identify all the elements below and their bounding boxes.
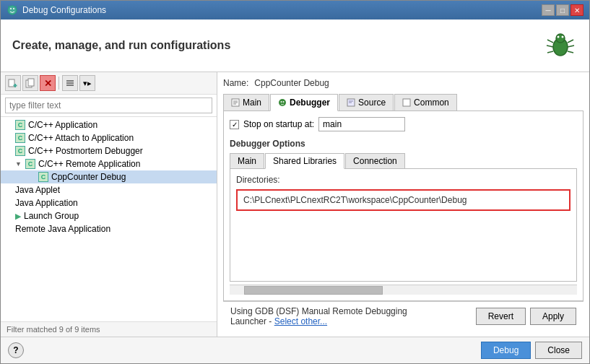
svg-point-29 bbox=[283, 101, 285, 103]
svg-point-8 bbox=[562, 36, 564, 38]
new-config-button[interactable] bbox=[5, 75, 21, 91]
minimize-button[interactable]: ─ bbox=[542, 4, 555, 16]
stop-at-input[interactable] bbox=[318, 117, 405, 131]
svg-line-9 bbox=[547, 40, 553, 43]
filter-input[interactable] bbox=[5, 98, 212, 113]
page-icon bbox=[231, 98, 240, 107]
main-action-buttons: Debug Close bbox=[481, 342, 582, 359]
left-toolbar: ✕ ▾▸ bbox=[1, 72, 217, 95]
outer-tabs: Main Debugger Source Common bbox=[223, 94, 584, 111]
tree-item-label: Launch Group bbox=[24, 211, 79, 221]
window-bottom-bar: ? Debug Close bbox=[1, 337, 589, 363]
name-label: Name: bbox=[223, 78, 248, 88]
main-content: ✕ ▾▸ C C/C++ Application C C/C bbox=[1, 72, 589, 337]
debug-icon bbox=[6, 4, 18, 16]
source-tab-icon bbox=[347, 98, 355, 107]
bug-header-icon bbox=[543, 28, 578, 63]
svg-line-12 bbox=[568, 40, 573, 43]
c-icon: C bbox=[25, 159, 35, 169]
help-button[interactable]: ? bbox=[8, 342, 24, 358]
tree-item-cpp-app[interactable]: C C/C++ Application bbox=[1, 118, 217, 131]
tree-item-label: Java Application bbox=[15, 198, 78, 208]
directory-entry[interactable]: C:\PLCnext\PLCnextRC2T\workspace\CppCoun… bbox=[236, 189, 571, 211]
close-window-button[interactable]: Close bbox=[535, 342, 582, 359]
inner-tab-connection[interactable]: Connection bbox=[345, 153, 405, 168]
window-title: Debug Configurations bbox=[22, 5, 106, 15]
run-icon: ▶ bbox=[15, 212, 21, 221]
header-title: Create, manage, and run configurations bbox=[12, 39, 230, 52]
tree-view: C C/C++ Application C C/C++ Attach to Ap… bbox=[1, 117, 217, 321]
tree-item-label: C/C++ Application bbox=[28, 120, 97, 130]
name-row: Name: CppCounter Debug bbox=[223, 78, 584, 88]
tab-common[interactable]: Common bbox=[394, 94, 457, 110]
tree-item-remote-java[interactable]: Remote Java Application bbox=[1, 222, 217, 235]
debug-button[interactable]: Debug bbox=[481, 342, 531, 359]
title-bar: Debug Configurations ─ □ ✕ bbox=[1, 1, 589, 20]
svg-point-1 bbox=[10, 8, 12, 9]
inner-tab-shared-label: Shared Libraries bbox=[273, 156, 337, 166]
h-scroll-thumb[interactable] bbox=[244, 286, 383, 295]
c-icon: C bbox=[15, 133, 25, 143]
revert-button[interactable]: Revert bbox=[476, 308, 526, 325]
copy-config-button[interactable] bbox=[22, 75, 38, 91]
expand-arrow-icon: ▼ bbox=[15, 160, 22, 168]
debug-configurations-window: Debug Configurations ─ □ ✕ Create, manag… bbox=[0, 0, 590, 364]
maximize-button[interactable]: □ bbox=[556, 4, 569, 16]
right-panel: Name: CppCounter Debug Main Debugger Sou… bbox=[217, 72, 589, 337]
inner-tab-main-label: Main bbox=[238, 156, 256, 166]
collapse-all-button[interactable] bbox=[62, 75, 78, 91]
inner-tab-shared-libraries[interactable]: Shared Libraries bbox=[265, 153, 344, 169]
tree-item-java-app[interactable]: Java Application bbox=[1, 196, 217, 209]
tree-item-cpp-counter[interactable]: C CppCounter Debug bbox=[1, 170, 217, 183]
c-icon: C bbox=[15, 120, 25, 130]
delete-config-button[interactable]: ✕ bbox=[40, 75, 56, 91]
tree-item-label: CppCounter Debug bbox=[51, 172, 126, 182]
directories-label: Directories: bbox=[236, 175, 571, 185]
stop-on-startup-checkbox[interactable]: ✓ bbox=[230, 120, 239, 129]
svg-point-2 bbox=[13, 8, 14, 9]
svg-rect-19 bbox=[28, 79, 34, 86]
bottom-buttons: Revert Apply bbox=[476, 308, 576, 325]
inner-tabs: Main Shared Libraries Connection bbox=[230, 153, 577, 169]
inner-tab-connection-label: Connection bbox=[353, 156, 397, 166]
stop-on-startup-row: ✓ Stop on startup at: bbox=[230, 117, 577, 131]
tree-item-cpp-remote[interactable]: ▼ C C/C++ Remote Application bbox=[1, 157, 217, 170]
tree-item-cpp-attach[interactable]: C C/C++ Attach to Application bbox=[1, 131, 217, 144]
svg-point-7 bbox=[558, 36, 560, 38]
horizontal-scrollbar[interactable] bbox=[230, 285, 577, 295]
tree-item-launch-group[interactable]: ▶ Launch Group bbox=[1, 209, 217, 222]
header-section: Create, manage, and run configurations bbox=[1, 20, 589, 72]
debugger-options-label: Debugger Options bbox=[230, 139, 577, 149]
apply-button[interactable]: Apply bbox=[530, 308, 576, 325]
tab-source[interactable]: Source bbox=[339, 94, 394, 110]
tab-main[interactable]: Main bbox=[223, 94, 269, 110]
bottom-info-text: Using GDB (DSF) Manual Remote Debugging … bbox=[230, 306, 476, 326]
name-value: CppCounter Debug bbox=[254, 78, 329, 88]
svg-line-10 bbox=[547, 46, 553, 47]
window-controls: ─ □ ✕ bbox=[542, 4, 584, 16]
tab-debugger-label: Debugger bbox=[290, 98, 330, 108]
tree-item-label: C/C++ Remote Application bbox=[38, 159, 140, 169]
inner-tab-main[interactable]: Main bbox=[230, 153, 264, 168]
launcher-text-part1: Using GDB (DSF) Manual Remote Debugging bbox=[230, 306, 407, 316]
left-panel: ✕ ▾▸ C C/C++ Application C C/C bbox=[1, 72, 217, 337]
svg-line-4 bbox=[15, 6, 17, 7]
svg-line-3 bbox=[8, 6, 9, 7]
svg-point-6 bbox=[556, 34, 565, 43]
config-panel: ✓ Stop on startup at: Debugger Options M… bbox=[223, 111, 584, 301]
tab-main-label: Main bbox=[243, 98, 261, 108]
svg-line-13 bbox=[568, 46, 574, 47]
tree-item-java-applet[interactable]: Java Applet bbox=[1, 183, 217, 196]
tab-debugger[interactable]: Debugger bbox=[270, 94, 338, 111]
select-other-link[interactable]: Select other... bbox=[274, 316, 327, 326]
debugger-tab-icon bbox=[278, 98, 287, 107]
tree-item-label: C/C++ Postmortem Debugger bbox=[28, 146, 143, 156]
tree-item-label: Remote Java Application bbox=[15, 224, 110, 234]
close-button[interactable]: ✕ bbox=[571, 4, 584, 16]
filter-status: Filter matched 9 of 9 items bbox=[1, 321, 217, 337]
common-tab-icon bbox=[402, 98, 411, 107]
svg-point-27 bbox=[279, 99, 286, 106]
inner-panel: Directories: C:\PLCnext\PLCnextRC2T\work… bbox=[230, 169, 577, 282]
expand-button[interactable]: ▾▸ bbox=[79, 75, 95, 91]
tree-item-cpp-postmortem[interactable]: C C/C++ Postmortem Debugger bbox=[1, 144, 217, 157]
